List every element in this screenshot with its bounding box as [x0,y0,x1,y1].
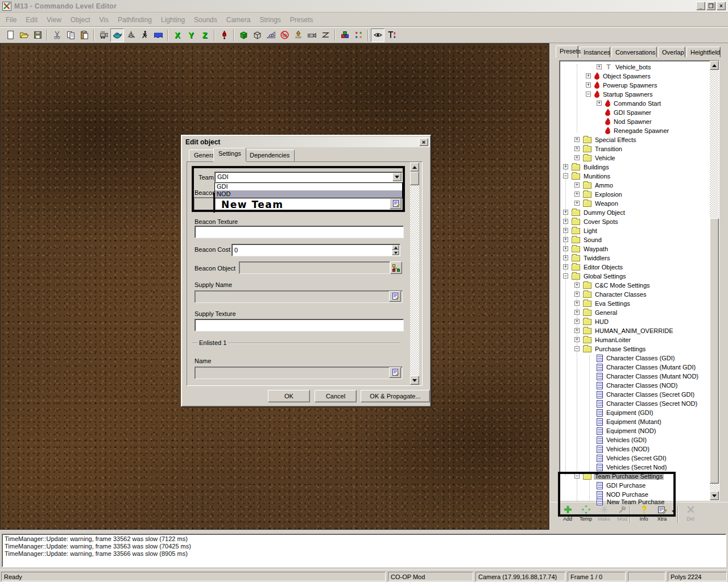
ok-button[interactable]: OK [268,390,310,402]
expand-icon[interactable]: + [574,310,580,315]
tree-item-hud[interactable]: +HUD [560,317,610,326]
wireframe-cube-button[interactable] [250,28,264,42]
new-team-edit-button[interactable] [390,198,402,209]
tree-item-object-spawners[interactable]: +Object Spawners [560,72,652,81]
collapse-icon[interactable]: − [563,273,568,278]
cancel-button[interactable]: Cancel [315,390,357,402]
expand-icon[interactable]: + [597,64,602,69]
menu-lighting[interactable]: Lighting [156,14,189,26]
menu-strings[interactable]: Strings [255,14,285,26]
object-group-button[interactable] [338,28,351,42]
hidden-terrain-button[interactable] [278,28,291,42]
expand-icon[interactable]: + [574,155,580,160]
tree-item-vehicles-nod-[interactable]: Vehicles (NOD) [560,444,651,454]
team-dropdown-arrow[interactable] [392,173,402,181]
page-scrollbar[interactable] [410,163,419,385]
tree-item-twiddlers[interactable]: +Twiddlers [560,253,611,263]
page-scroll-up-button[interactable] [410,163,419,172]
tree-item-global-settings[interactable]: −Global Settings [560,272,627,281]
axis-z-button[interactable]: Z [198,28,212,42]
tree-item-commando-start[interactable]: +Commando Start [560,99,662,108]
teapot-button[interactable] [110,28,124,42]
tree-item-dummy-object[interactable]: +Dummy Object [560,208,626,217]
info-preset-button[interactable]: Info [635,505,652,523]
tab-presets[interactable]: Presets [556,45,578,58]
drop-marker-button[interactable] [217,28,231,42]
tree-item-cover-spots[interactable]: +Cover Spots [560,217,619,226]
expand-icon[interactable]: + [563,237,568,242]
add-preset-button[interactable]: Add [559,505,576,523]
tab-overlap[interactable]: Overlap [658,47,685,57]
tab-conversations[interactable]: Conversations [611,47,657,57]
expand-icon[interactable]: + [586,73,591,78]
dialog-close-button[interactable]: × [419,138,428,146]
collapse-icon[interactable]: − [563,173,568,178]
menu-pathfinding[interactable]: Pathfinding [113,14,156,26]
raise-object-button[interactable] [291,28,305,42]
projector-button[interactable] [305,28,318,42]
rotate-gizmo-button[interactable] [124,28,138,42]
name-edit-button[interactable] [389,367,401,378]
expand-icon[interactable]: + [574,301,580,306]
expand-icon[interactable]: + [574,182,580,188]
tree-item-vehicle-bots[interactable]: +TVehicle_bots [560,63,652,72]
team-combobox[interactable]: GDI [214,172,403,182]
paste-button[interactable] [77,28,91,42]
tree-item-eva-settings[interactable]: +Eva Settings [560,299,631,308]
tree-item-munitions[interactable]: −Munitions [560,172,611,181]
tree-item-transition[interactable]: +Transition [560,144,623,153]
menu-camera[interactable]: Camera [222,14,255,26]
vertex-points-button[interactable] [351,28,365,42]
tab-settings[interactable]: Settings [213,148,246,161]
expand-icon[interactable]: + [563,228,568,233]
tree-item-sound[interactable]: +Sound [560,235,603,244]
tree-item-human-anim-override[interactable]: +HUMAN_ANIM_OVERRIDE [560,326,675,335]
expand-icon[interactable]: + [563,246,568,251]
menu-file[interactable]: File [1,14,21,26]
tree-item-gdi-spawner[interactable]: GDI Spawner [560,108,652,117]
collapse-icon[interactable]: − [586,92,591,97]
tree-item-purchase-settings[interactable]: −Purchase Settings [560,344,647,354]
team-option-nod[interactable]: NOD [215,190,402,198]
expand-icon[interactable]: + [574,146,580,151]
tree-item-weapon[interactable]: +Weapon [560,199,619,208]
beacon-cost-input[interactable]: 0 [231,244,400,256]
expand-icon[interactable]: + [563,219,568,224]
ok-propagate-button[interactable]: OK & Propagate... [361,390,430,402]
beacon-object-picker-button[interactable] [390,261,402,274]
solid-cube-button[interactable] [237,28,250,42]
supply-name-edit-button[interactable] [389,291,401,302]
tree-item-buildings[interactable]: +Buildings [560,163,610,172]
tree-scroll-up-button[interactable] [710,61,719,70]
open-folder-button[interactable] [17,28,31,42]
tree-item-character-classes[interactable]: +Character Classes [560,290,647,299]
walk-mode-button[interactable] [138,28,151,42]
menu-edit[interactable]: Edit [21,14,42,26]
tree-item-character-classes-gdi-[interactable]: Character Classes (GDI) [560,354,676,363]
tree-item-character-classes-mutant-gdi-[interactable]: Character Classes (Mutant GDI) [560,363,697,372]
tree-scroll-down-button[interactable] [710,491,719,500]
tree-item-vehicle[interactable]: +Vehicle [560,153,616,163]
more-options-arrow-icon[interactable] [672,510,675,513]
camera-dolly-button[interactable] [97,28,110,42]
expand-icon[interactable]: + [574,201,580,206]
tree-item-character-classes-secret-nod-[interactable]: Character Classes (Secret NOD) [560,399,698,408]
tree-item-general[interactable]: +General [560,308,618,317]
tree-item-team-purchase-settings[interactable]: −Team Purchase Settings [560,472,664,481]
tree-item-character-classes-nod-[interactable]: Character Classes (NOD) [560,381,679,390]
expand-icon[interactable]: + [574,328,580,333]
eye-button[interactable] [371,28,384,42]
tree-item-character-classes-secret-gdi-[interactable]: Character Classes (Secret GDI) [560,390,696,399]
flag-button[interactable] [151,28,165,42]
tree-item-ammo[interactable]: +Ammo [560,181,614,190]
collapse-icon[interactable]: − [574,346,580,351]
save-button[interactable] [31,28,44,42]
tree-item-startup-spawners[interactable]: −Startup Spawners [560,90,653,99]
tree-item-equipment-mutant-[interactable]: Equipment (Mutant) [560,417,663,426]
tree-item-c-c-mode-settings[interactable]: +C&C Mode Settings [560,281,651,290]
tree-item-special-effects[interactable]: +Special Effects [560,135,638,144]
close-button[interactable]: × [717,2,726,10]
expand-icon[interactable]: + [563,164,568,169]
tree-item-powerup-spawners[interactable]: +Powerup Spawners [560,81,658,90]
temp-preset-button[interactable]: Temp [577,505,594,523]
